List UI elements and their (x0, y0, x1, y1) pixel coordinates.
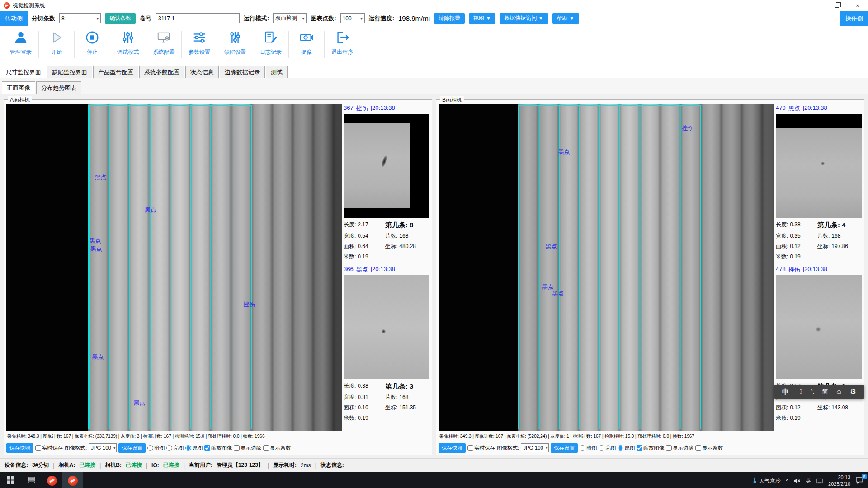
realtime-save-checkbox[interactable]: 实时保存 (467, 445, 495, 451)
taskbar-app-shortcut[interactable] (42, 472, 62, 488)
tab-size-monitor[interactable]: 尺寸监控界面 (1, 66, 46, 78)
ime-fullwidth-moon-icon[interactable]: ☽ (797, 388, 802, 396)
subtab-front-image[interactable]: 正面图像 (2, 81, 35, 94)
exit-program-button[interactable]: 退出程序 (325, 28, 359, 56)
save-settings-button[interactable]: 保存设置 (551, 443, 578, 453)
action-center-button[interactable]: 6 (855, 477, 863, 485)
weather-indicator[interactable]: 天气寒冷 (752, 477, 781, 485)
taskbar-app-active[interactable] (62, 472, 83, 488)
bright-image-radio[interactable]: 亮图 (166, 445, 184, 451)
chart-points-select[interactable]: 100 ▾ (340, 13, 365, 23)
radio-input[interactable] (166, 445, 172, 451)
defect-card[interactable]: 479 黑点 |20:13:38 长度:0.38 第几条:4 宽度:0.35 片… (776, 104, 862, 261)
camera-image-a[interactable]: 黑点黑点黑点黑点挫伤黑点黑点 (6, 104, 342, 431)
ime-emoji-icon[interactable]: ☺ (835, 388, 842, 396)
subtab-distribution-chart[interactable]: 分布趋势图表 (36, 81, 81, 94)
checkbox-input[interactable] (234, 445, 240, 451)
chevron-down-icon: ▾ (113, 446, 116, 450)
defect-type: 黑点 (356, 266, 368, 274)
checkbox-input[interactable] (695, 445, 701, 451)
radio-input[interactable] (580, 445, 585, 451)
image-format-value: JPG 100 (91, 445, 111, 450)
roll-number-input[interactable] (156, 13, 240, 23)
data-quick-access-menu-button[interactable]: 数据快捷访问 ▼ (500, 13, 548, 24)
task-view-button[interactable] (21, 472, 42, 488)
bright-image-radio[interactable]: 亮图 (599, 445, 616, 451)
drive-side-button[interactable]: 传动侧 (0, 11, 28, 26)
windows-taskbar: 天气寒冷 ^ 英 20:13 2025/2/10 6 (0, 472, 868, 488)
image-format-select[interactable]: JPG 100▾ (521, 443, 549, 452)
toolbar-divider (181, 31, 182, 58)
tab-product-model-config[interactable]: 产品型号配置 (93, 66, 138, 78)
checkbox-input[interactable] (637, 445, 642, 451)
original-image-radio[interactable]: 原图 (185, 445, 203, 451)
operator-side-button[interactable]: 操作侧 (840, 11, 868, 26)
checkbox-input[interactable] (204, 445, 210, 451)
help-menu-button[interactable]: 帮助 ▼ (552, 13, 579, 24)
ime-simplified-toggle[interactable]: 简 (822, 388, 828, 396)
view-menu-button[interactable]: 视图 ▼ (469, 13, 495, 24)
clear-alarm-button[interactable]: 清除报警 (434, 13, 465, 24)
annotation-layer-a: 黑点黑点黑点黑点挫伤黑点黑点 (6, 104, 342, 431)
user-icon (13, 30, 28, 47)
tab-status-info[interactable]: 状态信息 (185, 66, 219, 78)
stop-button[interactable]: 停止 (75, 28, 109, 56)
tab-defect-monitor[interactable]: 缺陷监控界面 (47, 66, 92, 78)
radio-input[interactable] (185, 445, 191, 451)
zoom-image-checkbox[interactable]: 缩放图像 (204, 445, 232, 451)
slice-count-select[interactable]: 8 ▾ (59, 13, 101, 23)
input-language-indicator[interactable]: 英 (806, 477, 811, 485)
close-button[interactable]: × (847, 0, 868, 11)
ime-settings-gear-icon[interactable]: ⚙ (850, 388, 856, 396)
log-record-button[interactable]: 日志记录 (254, 28, 288, 56)
taskbar-clock[interactable]: 20:13 2025/2/10 (828, 474, 850, 488)
realtime-save-checkbox[interactable]: 实时保存 (35, 445, 63, 451)
show-strip-count-checkbox[interactable]: 显示条数 (263, 445, 291, 451)
ime-chinese-mode-toggle[interactable]: 中 (782, 388, 789, 396)
params-settings-button[interactable]: 参数设置 (182, 28, 217, 56)
run-mode-select[interactable]: 双面检测 ▾ (273, 13, 307, 23)
start-button[interactable]: 开始 (39, 28, 74, 56)
debug-mode-button[interactable]: 调试模式 (111, 28, 145, 56)
tab-edge-data-record[interactable]: 边缘数据记录 (220, 66, 265, 78)
tray-overflow-caret[interactable]: ^ (786, 478, 788, 484)
show-edges-checkbox[interactable]: 显示边缘 (234, 445, 261, 451)
checkbox-input[interactable] (263, 445, 269, 451)
save-snapshot-button[interactable]: 保存快照 (6, 443, 33, 453)
zoom-image-checkbox[interactable]: 缩放图像 (637, 445, 664, 451)
original-image-radio[interactable]: 原图 (618, 445, 635, 451)
touch-keyboard-icon[interactable] (816, 478, 823, 484)
stat-strip-number: 第几条:4 (817, 221, 862, 230)
checkbox-input[interactable] (35, 445, 41, 451)
confirm-count-button[interactable]: 确认条数 (105, 13, 136, 24)
capture-image-button[interactable]: 提像 (289, 28, 324, 56)
save-settings-button[interactable]: 保存设置 (118, 443, 146, 453)
volume-muted-icon[interactable] (793, 478, 801, 484)
minimize-button[interactable]: – (806, 0, 826, 11)
system-config-button[interactable]: 系统配置 (146, 28, 181, 56)
camera-image-b[interactable]: 黑点挫伤黑点黑点黑点 (439, 104, 774, 431)
show-edges-checkbox[interactable]: 显示边缘 (666, 445, 693, 451)
tab-test[interactable]: 测试 (266, 66, 288, 78)
save-snapshot-button[interactable]: 保存快照 (439, 443, 466, 453)
defect-settings-button[interactable]: 缺陷设置 (218, 28, 252, 56)
checkbox-input[interactable] (467, 445, 473, 451)
dark-image-radio[interactable]: 暗图 (147, 445, 165, 451)
radio-input[interactable] (599, 445, 604, 451)
stat-coord: 坐标:143.08 (817, 404, 862, 412)
defect-card[interactable]: 366 黑点 |20:13:38 长度:0.38 第几条:3 宽度:0.31 片… (344, 265, 429, 422)
dark-image-radio[interactable]: 暗图 (580, 445, 597, 451)
radio-input[interactable] (147, 445, 153, 451)
image-format-select[interactable]: JPG 100▾ (89, 443, 117, 452)
defect-card[interactable]: 367 挫伤 |20:13:38 长度:2.17 第几条:8 宽度:0.54 片… (344, 104, 429, 261)
show-strip-count-checkbox[interactable]: 显示条数 (695, 445, 723, 451)
restore-button[interactable] (826, 0, 847, 11)
radio-input[interactable] (618, 445, 623, 451)
checkbox-input[interactable] (666, 445, 672, 451)
app-logo-icon (4, 2, 10, 9)
start-menu-button[interactable] (0, 472, 21, 488)
defect-thumbnail (776, 114, 862, 218)
tab-system-params-config[interactable]: 系统参数配置 (139, 66, 184, 78)
ime-punctuation-toggle[interactable]: °, (811, 389, 814, 395)
admin-login-button[interactable]: 管理登录 (4, 28, 38, 56)
